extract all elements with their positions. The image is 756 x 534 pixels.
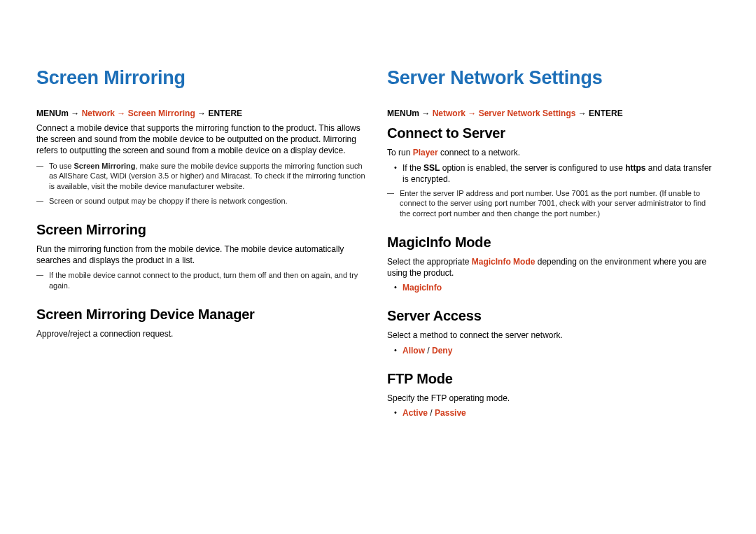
left-column: Screen Mirroring MENUm → Network → Scree… bbox=[36, 67, 368, 506]
note-server-ip: Enter the server IP address and port num… bbox=[387, 188, 718, 220]
option-allow-deny: Allow / Deny bbox=[387, 346, 718, 356]
para-approve-reject: Approve/reject a connection request. bbox=[36, 328, 368, 339]
heading-screen-mirroring: Screen Mirroring bbox=[36, 222, 368, 238]
breadcrumb-right: MENUm → Network → Server Network Setting… bbox=[387, 108, 718, 118]
option-active-passive: Active / Passive bbox=[387, 408, 718, 418]
breadcrumb-left: MENUm → Network → Screen Mirroring → ENT… bbox=[36, 108, 368, 118]
para-run-mirroring: Run the mirroring function from the mobi… bbox=[36, 244, 368, 266]
bullet-ssl: If the SSL option is enabled, the server… bbox=[387, 162, 718, 185]
section-title-screen-mirroring: Screen Mirroring bbox=[36, 67, 368, 89]
heading-connect-server: Connect to Server bbox=[387, 125, 718, 141]
para-server-access: Select a method to connect the server ne… bbox=[387, 330, 718, 341]
heading-ftp-mode: FTP Mode bbox=[387, 371, 718, 387]
para-ftp-mode: Specify the FTP operating mode. bbox=[387, 393, 718, 404]
option-magicinfo: MagicInfo bbox=[387, 283, 718, 293]
note-cannot-connect: If the mobile device cannot connect to t… bbox=[36, 270, 368, 291]
heading-device-manager: Screen Mirroring Device Manager bbox=[36, 307, 368, 323]
intro-paragraph: Connect a mobile device that supports th… bbox=[36, 122, 368, 157]
heading-server-access: Server Access bbox=[387, 308, 718, 324]
right-column: Server Network Settings MENUm → Network … bbox=[387, 67, 718, 506]
para-run-player: To run Player connect to a network. bbox=[387, 147, 718, 158]
para-magicinfo: Select the appropriate MagicInfo Mode de… bbox=[387, 256, 718, 279]
note-network-congestion: Screen or sound output may be choppy if … bbox=[36, 196, 368, 206]
section-title-server-network: Server Network Settings bbox=[387, 67, 718, 89]
note-screen-mirroring-support: To use Screen Mirroring, make sure the m… bbox=[36, 161, 368, 192]
heading-magicinfo-mode: MagicInfo Mode bbox=[387, 234, 718, 251]
